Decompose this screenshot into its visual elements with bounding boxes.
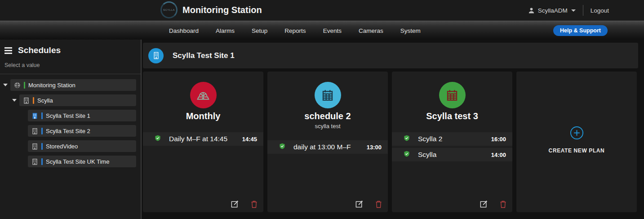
- tree-label: StoredVideo: [46, 143, 78, 150]
- tree-row-scylla-test-site-1[interactable]: Scylla Test Site 1: [28, 110, 136, 121]
- caret-down-icon[interactable]: [3, 84, 8, 86]
- card-actions: [480, 200, 506, 208]
- status-bar: [41, 128, 43, 134]
- tree-label: Scylla Test Site 1: [46, 112, 90, 119]
- schedules-sidebar: Schedules Select a value Monitoring Stat…: [0, 40, 142, 219]
- tree-row-monitoring-station[interactable]: Monitoring Station: [10, 79, 136, 91]
- shield-check-icon: [279, 143, 285, 151]
- site-building-icon: [148, 48, 164, 63]
- main-nav: Dashboard Alarms Setup Reports Events Ca…: [0, 21, 644, 40]
- edit-icon[interactable]: [355, 200, 364, 208]
- nav-item-events[interactable]: Events: [323, 27, 342, 34]
- schedule-row[interactable]: Daily M–F at 14:45 14:45: [143, 132, 263, 146]
- site-header-bar: Scylla Test Site 1: [143, 43, 638, 68]
- trash-icon[interactable]: [251, 200, 258, 208]
- plus-circle-icon[interactable]: [570, 126, 584, 142]
- sidebar-title: Schedules: [18, 45, 61, 55]
- main-panel: Scylla Test Site 1: [142, 40, 644, 219]
- tree-row-scylla-test-site-uk-time[interactable]: Scylla Test Site UK Time: [28, 156, 136, 167]
- shield-check-icon: [404, 151, 410, 159]
- schedule-card-monthly[interactable]: Monthly Daily M–F at 14:45 14:45: [143, 72, 263, 212]
- schedule-row-time: 13:00: [367, 144, 382, 151]
- app-logo-group: SCYLLA Monitoring Station: [160, 1, 262, 18]
- schedule-row-name: Daily M–F at 14:45: [169, 135, 227, 143]
- building-icon: [31, 128, 38, 134]
- schedule-row-name: Scylla 2: [418, 135, 442, 143]
- edit-icon[interactable]: [231, 200, 239, 208]
- calendar-icon: [439, 82, 466, 108]
- schedule-row-name: Scylla: [418, 151, 436, 159]
- tree-label: Scylla: [37, 97, 53, 104]
- schedule-row-time: 16:00: [491, 136, 506, 143]
- tree-row-storedvideo[interactable]: StoredVideo: [28, 140, 136, 152]
- schedule-card-schedule-2[interactable]: schedule 2 scylla test daily at 13:00 M–…: [267, 72, 388, 212]
- help-support-button[interactable]: Help & Support: [553, 25, 608, 36]
- building-icon: [23, 97, 30, 104]
- schedule-cards: Monthly Daily M–F at 14:45 14:45: [143, 72, 638, 212]
- nav-item-alarms[interactable]: Alarms: [216, 27, 235, 34]
- card-title: schedule 2: [304, 111, 351, 121]
- logout-button[interactable]: Logout: [591, 7, 609, 14]
- globe-icon: [14, 82, 21, 89]
- card-schedule-rows: Daily M–F at 14:45 14:45: [143, 132, 263, 148]
- tree-row-scylla-test-site-2[interactable]: Scylla Test Site 2: [28, 125, 136, 137]
- nav-item-cameras[interactable]: Cameras: [359, 27, 383, 34]
- schedule-card-scylla-test-3[interactable]: Scylla test 3 Scylla 2 16:00: [392, 72, 512, 212]
- building-icon: [31, 158, 38, 165]
- card-schedule-rows: Scylla 2 16:00 Scylla 14:00: [392, 132, 512, 164]
- card-actions: [231, 200, 258, 208]
- tree-node-monitoring-station: Monitoring Station: [3, 79, 136, 91]
- trash-icon[interactable]: [375, 200, 382, 208]
- card-title: Monthly: [186, 111, 221, 121]
- body: Schedules Select a value Monitoring Stat…: [0, 40, 644, 219]
- tree-row-scylla[interactable]: Scylla: [19, 94, 136, 106]
- card-subtitle: scylla test: [315, 123, 340, 130]
- edit-icon[interactable]: [480, 200, 488, 208]
- chevron-down-icon[interactable]: [571, 9, 576, 12]
- nav-links: Dashboard Alarms Setup Reports Events Ca…: [169, 21, 421, 40]
- tree-label: Monitoring Station: [28, 82, 76, 89]
- menu-icon[interactable]: [4, 47, 12, 54]
- tree-label: Scylla Test Site 2: [46, 128, 90, 134]
- building-icon: [31, 143, 38, 150]
- top-header: SCYLLA Monitoring Station ScyllaADM Logo…: [0, 0, 644, 21]
- monitoring-station-app: SCYLLA Monitoring Station ScyllaADM Logo…: [0, 0, 644, 219]
- card-actions: [355, 200, 382, 208]
- building-icon: [31, 112, 38, 119]
- shield-check-icon: [155, 135, 161, 143]
- tree-node-storedvideo: StoredVideo: [28, 140, 136, 152]
- tree-label: Scylla Test Site UK Time: [46, 158, 109, 165]
- tree-node-site-2: Scylla Test Site 2: [28, 125, 136, 137]
- create-new-plan-label: CREATE NEW PLAN: [549, 147, 605, 154]
- siren-icon: [190, 82, 217, 108]
- app-title: Monitoring Station: [182, 5, 262, 15]
- schedule-row[interactable]: Scylla 14:00: [392, 148, 512, 161]
- card-title: Scylla test 3: [426, 111, 478, 121]
- tree-node-scylla: Scylla: [12, 94, 136, 106]
- tree-node-site-uk-time: Scylla Test Site UK Time: [28, 156, 136, 167]
- status-bar: [41, 112, 43, 119]
- tree-node-site-1: Scylla Test Site 1: [28, 110, 136, 121]
- create-new-plan-card[interactable]: CREATE NEW PLAN: [516, 72, 637, 212]
- scylla-logo-icon: SCYLLA: [160, 1, 178, 18]
- nav-item-dashboard[interactable]: Dashboard: [169, 27, 199, 34]
- shield-check-icon: [404, 135, 410, 143]
- select-a-value-hint: Select a value: [4, 62, 141, 68]
- schedule-row[interactable]: daily at 13:00 M–F 13:00: [267, 140, 388, 154]
- schedule-row[interactable]: Scylla 2 16:00: [392, 132, 512, 146]
- status-bar: [41, 158, 43, 165]
- nav-item-reports[interactable]: Reports: [284, 27, 306, 34]
- trash-icon[interactable]: [500, 200, 506, 208]
- schedule-row-time: 14:45: [242, 136, 257, 143]
- schedule-row-time: 14:00: [491, 152, 506, 158]
- divider: [583, 5, 583, 16]
- site-header-title: Scylla Test Site 1: [173, 51, 235, 60]
- status-bar: [24, 82, 25, 89]
- status-bar: [41, 143, 43, 150]
- nav-item-setup[interactable]: Setup: [252, 27, 267, 34]
- caret-down-icon[interactable]: [12, 99, 17, 102]
- nav-item-system[interactable]: System: [400, 27, 421, 34]
- card-schedule-rows: daily at 13:00 M–F 13:00: [267, 140, 388, 156]
- username[interactable]: ScyllaADM: [538, 7, 568, 14]
- calendar-icon: [315, 82, 341, 108]
